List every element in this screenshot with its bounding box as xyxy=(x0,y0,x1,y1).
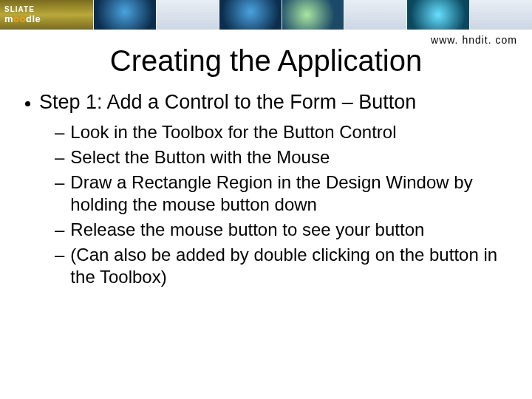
dash-icon: – xyxy=(55,171,64,194)
dash-icon: – xyxy=(55,244,64,266)
bullet-text: (Can also be added by double clicking on… xyxy=(70,244,507,288)
dash-icon: – xyxy=(55,146,64,168)
url-text: www. hndit. com xyxy=(431,34,517,46)
slide-title: Creating the Application xyxy=(0,44,532,78)
bullet-text: Draw a Rectangle Region in the Design Wi… xyxy=(70,171,507,216)
slide: SLIATE moodle www. hndit. com Creating t… xyxy=(0,0,532,399)
banner-cell xyxy=(93,0,156,30)
bullet-level2: – Draw a Rectangle Region in the Design … xyxy=(55,171,507,216)
bullet-level2: – Release the mouse button to see your b… xyxy=(55,219,507,241)
bullet-text: Look in the Toolbox for the Button Contr… xyxy=(70,121,396,143)
dash-icon: – xyxy=(55,121,64,143)
banner-cell xyxy=(282,0,344,30)
banner-cell xyxy=(219,0,282,30)
banner-images xyxy=(93,0,532,30)
dash-icon: – xyxy=(55,219,64,241)
bullet-dot-icon xyxy=(25,101,30,106)
bullet-text: Select the Button with the Mouse xyxy=(70,146,330,168)
logo-bottom-text: moodle xyxy=(4,13,93,24)
bullet-level2: – Look in the Toolbox for the Button Con… xyxy=(55,121,507,143)
slide-body: Step 1: Add a Control to the Form – Butt… xyxy=(0,91,532,288)
bullet-level2: – Select the Button with the Mouse xyxy=(55,146,507,168)
bullet-text: Step 1: Add a Control to the Form – Butt… xyxy=(39,91,416,114)
banner-cell xyxy=(344,0,406,30)
banner-cell xyxy=(406,0,469,30)
header-banner: SLIATE moodle xyxy=(0,0,532,30)
banner-cell xyxy=(469,0,532,30)
bullet-level1: Step 1: Add a Control to the Form – Butt… xyxy=(25,91,507,114)
banner-cell xyxy=(156,0,219,30)
bullet-level2: – (Can also be added by double clicking … xyxy=(55,244,507,288)
bullet-text: Release the mouse button to see your but… xyxy=(70,219,424,241)
banner-logo: SLIATE moodle xyxy=(0,0,93,30)
logo-top-text: SLIATE xyxy=(4,5,93,13)
